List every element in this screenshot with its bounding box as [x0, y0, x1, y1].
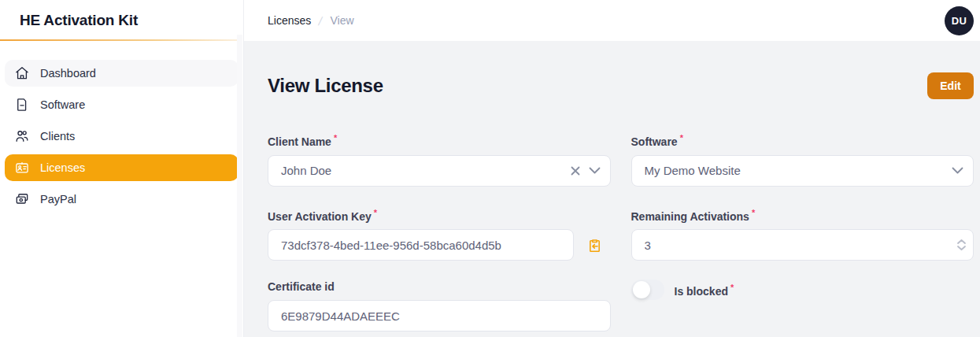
field-software: Software* My Demo Website — [631, 132, 974, 187]
field-certificate-id: Certificate id — [268, 281, 611, 331]
page-content: View License Edit Client Name* John Doe — [244, 41, 980, 337]
software-select[interactable]: My Demo Website — [631, 155, 974, 187]
required-asterisk: * — [730, 283, 734, 292]
app-window: HE Activation Kit Dashboard Software Cli… — [0, 0, 980, 337]
chevron-down-icon[interactable] — [957, 246, 966, 250]
sidebar-item-label: Dashboard — [40, 67, 96, 80]
brand-title: HE Activation Kit — [20, 12, 138, 29]
sidebar-scrollbar-track[interactable] — [237, 35, 242, 337]
breadcrumb: Licenses / View — [268, 14, 354, 28]
is-blocked-label: Is blocked* — [675, 283, 734, 298]
breadcrumb-separator: / — [317, 14, 324, 28]
chevron-up-icon[interactable] — [957, 239, 966, 244]
id-card-icon — [14, 160, 30, 176]
breadcrumb-current: View — [330, 14, 353, 27]
main-area: Licenses / View DU View License Edit Cli… — [244, 0, 980, 337]
sidebar-menu: Dashboard Software Clients Licenses PayP… — [0, 41, 243, 213]
banknotes-icon — [14, 191, 30, 207]
top-bar: Licenses / View DU — [244, 0, 980, 41]
software-value: My Demo Website — [645, 164, 741, 177]
clipboard-copy-icon — [586, 237, 603, 254]
sidebar-item-clients[interactable]: Clients — [5, 123, 239, 150]
sidebar-item-dashboard[interactable]: Dashboard — [5, 60, 239, 87]
client-name-label: Client Name* — [268, 132, 611, 147]
client-name-select[interactable]: John Doe — [268, 155, 611, 187]
title-row: View License Edit — [268, 72, 974, 99]
sidebar-item-label: PayPal — [40, 193, 76, 206]
sidebar-item-label: Licenses — [40, 161, 85, 174]
field-activation-key: User Activation Key* — [268, 207, 611, 261]
edit-button[interactable]: Edit — [927, 72, 974, 99]
remaining-activations-label: Remaining Activations* — [631, 207, 974, 222]
field-is-blocked: Is blocked* — [631, 281, 974, 331]
field-client-name: Client Name* John Doe — [268, 132, 611, 187]
remaining-activations-input[interactable] — [631, 229, 974, 261]
number-stepper[interactable] — [957, 229, 966, 261]
file-icon — [14, 97, 30, 113]
license-form: Client Name* John Doe Software* My Demo … — [268, 132, 974, 331]
certificate-id-input[interactable] — [268, 300, 611, 331]
activation-key-input[interactable] — [268, 229, 574, 261]
required-asterisk: * — [374, 208, 377, 217]
page-title: View License — [268, 72, 383, 99]
certificate-id-label: Certificate id — [268, 281, 611, 292]
avatar[interactable]: DU — [945, 6, 974, 35]
chevron-down-icon[interactable] — [589, 167, 601, 174]
clear-icon[interactable] — [570, 165, 581, 176]
software-label: Software* — [631, 132, 974, 147]
is-blocked-toggle[interactable] — [631, 280, 664, 300]
breadcrumb-licenses[interactable]: Licenses — [268, 14, 311, 27]
sidebar-item-paypal[interactable]: PayPal — [5, 186, 239, 213]
sidebar-item-label: Clients — [40, 130, 75, 143]
client-name-value: John Doe — [281, 164, 331, 177]
copy-to-clipboard-button[interactable] — [586, 237, 603, 254]
users-icon — [14, 128, 30, 144]
required-asterisk: * — [752, 208, 755, 217]
required-asterisk: * — [680, 133, 683, 143]
sidebar-item-licenses[interactable]: Licenses — [5, 154, 239, 181]
sidebar: HE Activation Kit Dashboard Software Cli… — [0, 0, 244, 337]
required-asterisk: * — [334, 133, 337, 143]
field-remaining-activations: Remaining Activations* — [631, 207, 974, 261]
activation-key-label: User Activation Key* — [268, 207, 611, 222]
brand-header: HE Activation Kit — [0, 0, 243, 41]
chevron-down-icon[interactable] — [952, 167, 963, 174]
sidebar-item-label: Software — [40, 98, 85, 111]
toggle-knob — [633, 281, 650, 298]
sidebar-item-software[interactable]: Software — [5, 91, 239, 118]
home-icon — [14, 65, 30, 81]
